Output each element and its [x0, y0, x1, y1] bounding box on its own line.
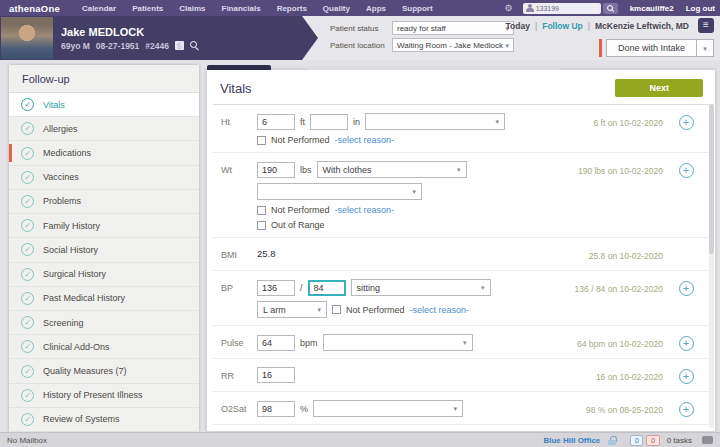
check-circle-icon: ✓ [21, 340, 34, 353]
check-circle-icon: ✓ [21, 413, 34, 426]
inactive-tabs[interactable] [309, 66, 559, 70]
pulse-history: 64 bpm on 10-02-2020 [515, 334, 663, 351]
breadcrumb-encounter-link[interactable]: Follow Up [542, 21, 583, 31]
nav-support[interactable]: Support [402, 4, 433, 13]
check-circle-icon: ✓ [21, 171, 34, 184]
pulse-method-select[interactable]: ▾ [323, 334, 473, 351]
intake-accent-bar [599, 39, 602, 57]
sidebar-item-history-of-present-illness[interactable]: ✓ History of Present Illness [9, 384, 199, 408]
wt-select-reason-link[interactable]: -select reason- [335, 205, 395, 215]
check-circle-icon: ✓ [21, 268, 34, 281]
vitals-panel: Vitals Next Ht ft in ▾ Not Performed [206, 69, 716, 432]
inbox-count-badge[interactable]: 0 [630, 435, 643, 446]
chevron-down-icon: ▾ [454, 405, 458, 412]
bp-site-select[interactable]: L arm▾ [257, 301, 327, 318]
check-circle-icon: ✓ [21, 316, 34, 329]
ht-ft-input[interactable] [257, 114, 295, 130]
check-circle-icon: ✓ [21, 147, 34, 160]
chevron-down-icon: ▾ [463, 339, 467, 346]
ht-add-icon[interactable]: + [679, 115, 694, 130]
patient-search-input[interactable]: 133199 [523, 3, 601, 14]
nav-claims[interactable]: Claims [179, 4, 205, 13]
bp-diastolic-input[interactable] [308, 280, 346, 296]
bp-systolic-input[interactable] [257, 280, 295, 296]
sidebar-item-past-medical-history[interactable]: ✓ Past Medical History [9, 287, 199, 311]
nav-apps[interactable]: Apps [366, 4, 386, 13]
bp-not-performed-checkbox[interactable] [332, 305, 341, 314]
wt-add-icon[interactable]: + [679, 163, 694, 178]
patient-name[interactable]: Jake MEDLOCK [61, 26, 199, 39]
chevron-down-icon: ▾ [412, 188, 416, 195]
o2sat-method-select[interactable]: ▾ [313, 400, 463, 417]
bp-add-icon[interactable]: + [679, 281, 694, 296]
sidebar-item-quality-measures[interactable]: ✓ Quality Measures (7) [9, 359, 199, 383]
sidebar-item-family-history[interactable]: ✓ Family History [9, 214, 199, 238]
wt-history: 190 lbs on 10-02-2020 [515, 161, 663, 230]
ht-not-performed-checkbox[interactable] [257, 136, 266, 145]
wt-input[interactable] [257, 162, 295, 178]
check-circle-icon: ✓ [21, 292, 34, 305]
nav-quality[interactable]: Quality [323, 4, 350, 13]
wt-method-select[interactable]: With clothes▾ [317, 161, 467, 178]
billing-badge-icon[interactable]: $ [175, 41, 184, 50]
patient-banner-arrow: Jake MEDLOCK 69yo M 08-27-1951 #2446 $ [0, 16, 318, 60]
o2sat-add-icon[interactable]: + [679, 402, 694, 417]
logout-link[interactable]: Log out [686, 4, 715, 13]
nav-calendar[interactable]: Calendar [82, 4, 116, 13]
search-icon [607, 5, 614, 12]
office-link[interactable]: Blue Hill Office [543, 436, 600, 445]
o2sat-input[interactable] [257, 401, 295, 417]
pulse-input[interactable] [257, 335, 295, 351]
bp-position-select[interactable]: sitting▾ [351, 279, 491, 296]
rr-input[interactable] [257, 367, 295, 383]
patient-photo[interactable] [1, 17, 53, 59]
pulse-add-icon[interactable]: + [679, 336, 694, 351]
ht-in-input[interactable] [310, 114, 348, 130]
bmi-value: 25.8 [257, 246, 515, 259]
sidebar-item-review-of-systems[interactable]: ✓ Review of Systems [9, 408, 199, 432]
patient-status-select[interactable]: ready for staff▾ [392, 21, 514, 35]
search-button[interactable] [603, 3, 618, 14]
chevron-down-icon: ▾ [481, 284, 485, 291]
done-with-intake-dropdown[interactable]: ▾ [697, 39, 714, 57]
encounter-menu-icon[interactable]: ≡ [698, 18, 714, 33]
lock-icon[interactable] [608, 436, 616, 445]
vital-row-wt: Wt lbs With clothes▾ ▾ Not Performed [213, 153, 709, 238]
sidebar-item-social-history[interactable]: ✓ Social History [9, 238, 199, 262]
ht-method-select[interactable]: ▾ [365, 113, 505, 130]
username[interactable]: kmcauliffe2 [630, 4, 674, 13]
nav-patients[interactable]: Patients [132, 4, 163, 13]
patient-location-select[interactable]: Waiting Room - Jake Medlock▾ [392, 38, 514, 52]
active-tab-indicator[interactable] [207, 65, 271, 70]
nav-reports[interactable]: Reports [277, 4, 307, 13]
bmi-history: 25.8 on 10-02-2020 [515, 246, 663, 263]
chat-bubble-icon[interactable] [702, 436, 713, 444]
scrollbar[interactable] [709, 104, 714, 428]
sidebar-item-allergies[interactable]: ✓ Allergies [9, 117, 199, 141]
sidebar-item-screening[interactable]: ✓ Screening [9, 311, 199, 335]
alert-count-badge[interactable]: 0 [646, 435, 659, 446]
patient-status-block: Patient status ready for staff▾ Patient … [330, 21, 514, 52]
chevron-down-icon: ▾ [703, 45, 707, 52]
patient-search-icon[interactable] [190, 41, 199, 50]
gear-icon[interactable]: ⚙ [505, 3, 513, 13]
next-button[interactable]: Next [615, 79, 703, 97]
sidebar-item-problems[interactable]: ✓ Problems [9, 190, 199, 214]
sidebar-item-vitals[interactable]: ✓ Vitals [9, 93, 199, 117]
wt-extra-select[interactable]: ▾ [257, 183, 422, 200]
sidebar-item-medications[interactable]: ✓ Medications [9, 141, 199, 165]
check-circle-icon: ✓ [21, 195, 34, 208]
sidebar-item-vaccines[interactable]: ✓ Vaccines [9, 166, 199, 190]
nav-financials[interactable]: Financials [222, 4, 261, 13]
bp-select-reason-link[interactable]: -select reason- [410, 305, 470, 315]
rr-add-icon[interactable]: + [679, 369, 694, 384]
patient-search-value: 133199 [536, 5, 559, 12]
done-with-intake-button[interactable]: Done with Intake [606, 39, 697, 57]
sidebar-item-clinical-add-ons[interactable]: ✓ Clinical Add-Ons [9, 335, 199, 359]
ht-select-reason-link[interactable]: -select reason- [335, 135, 395, 145]
chevron-down-icon: ▾ [457, 166, 461, 173]
vital-row-rr: RR 16 on 10-02-2020 + [213, 359, 709, 392]
wt-out-of-range-checkbox[interactable] [257, 221, 266, 230]
wt-not-performed-checkbox[interactable] [257, 206, 266, 215]
sidebar-item-surgical-history[interactable]: ✓ Surgical History [9, 263, 199, 287]
